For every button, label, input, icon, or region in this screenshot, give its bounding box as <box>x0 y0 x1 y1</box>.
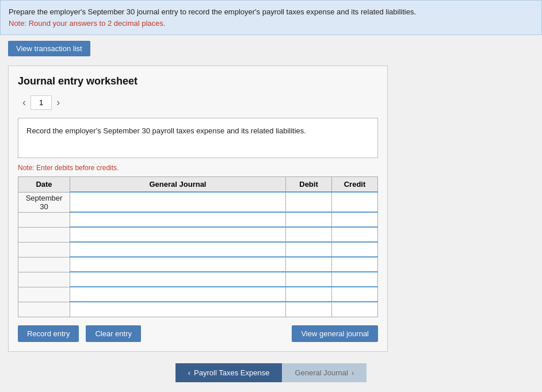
debit-input-cell[interactable] <box>286 212 332 227</box>
debit-input[interactable] <box>286 193 331 212</box>
debit-input-cell[interactable] <box>286 287 332 302</box>
date-cell <box>18 302 70 317</box>
credit-input[interactable] <box>332 272 377 286</box>
credit-input[interactable] <box>332 213 377 226</box>
instruction-note: Note: Round your answers to 2 decimal pl… <box>9 19 165 28</box>
date-cell <box>18 287 70 302</box>
gj-input-cell[interactable] <box>70 272 286 287</box>
credit-input[interactable] <box>332 243 377 256</box>
debit-input-cell[interactable] <box>286 257 332 272</box>
gj-input-cell[interactable] <box>70 302 286 317</box>
gj-input[interactable] <box>70 213 285 226</box>
view-general-journal-button[interactable]: View general journal <box>292 325 378 342</box>
record-entry-button[interactable]: Record entry <box>18 325 79 342</box>
journal-table: Date General Journal Debit Credit Septem… <box>18 176 378 317</box>
table-row: September 30 <box>18 192 378 212</box>
date-cell <box>18 257 70 272</box>
credit-input-cell[interactable] <box>332 272 378 287</box>
tab-number[interactable]: 1 <box>30 95 52 110</box>
debit-input[interactable] <box>286 228 331 241</box>
button-row: Record entry Clear entry View general jo… <box>18 325 378 342</box>
prev-nav-label: Payroll Taxes Expense <box>194 368 269 377</box>
debit-input[interactable] <box>286 258 331 271</box>
credit-input-cell[interactable] <box>332 227 378 242</box>
gj-input[interactable] <box>70 272 285 286</box>
gj-input-cell[interactable] <box>70 227 286 242</box>
credit-input[interactable] <box>332 228 377 241</box>
note-debits: Note: Enter debits before credits. <box>18 164 378 172</box>
date-cell: September 30 <box>18 192 70 212</box>
table-row <box>18 287 378 302</box>
credit-input-cell[interactable] <box>332 287 378 302</box>
next-nav-button: General Journal › <box>282 363 367 382</box>
debit-input[interactable] <box>286 213 331 226</box>
gj-input[interactable] <box>70 302 285 317</box>
col-header-credit: Credit <box>332 177 378 193</box>
gj-input[interactable] <box>70 258 285 271</box>
instruction-text: Prepare the employer's September 30 jour… <box>9 7 416 16</box>
debit-input-cell[interactable] <box>286 272 332 287</box>
table-row <box>18 257 378 272</box>
debit-input-cell[interactable] <box>286 242 332 257</box>
date-cell <box>18 227 70 242</box>
next-nav-label: General Journal <box>295 368 348 377</box>
clear-entry-button[interactable]: Clear entry <box>86 325 141 342</box>
col-header-gj: General Journal <box>70 177 286 193</box>
gj-input-cell[interactable] <box>70 192 286 212</box>
instruction-bar: Prepare the employer's September 30 jour… <box>0 0 542 35</box>
tab-next-button[interactable]: › <box>52 97 64 109</box>
gj-input[interactable] <box>70 243 285 256</box>
col-header-debit: Debit <box>286 177 332 193</box>
debit-input[interactable] <box>286 243 331 256</box>
gj-input-cell[interactable] <box>70 257 286 272</box>
next-arrow-icon: › <box>352 368 354 377</box>
table-row <box>18 302 378 317</box>
table-row <box>18 242 378 257</box>
gj-input-cell[interactable] <box>70 242 286 257</box>
worksheet-container: Journal entry worksheet ‹ 1 › Record the… <box>8 66 388 352</box>
credit-input-cell[interactable] <box>332 302 378 317</box>
col-header-date: Date <box>18 177 70 193</box>
table-row <box>18 227 378 242</box>
bottom-nav: ‹ Payroll Taxes Expense General Journal … <box>0 363 542 393</box>
gj-input[interactable] <box>70 228 285 241</box>
table-row <box>18 272 378 287</box>
table-row <box>18 212 378 227</box>
credit-input[interactable] <box>332 193 377 212</box>
credit-input-cell[interactable] <box>332 212 378 227</box>
debit-input-cell[interactable] <box>286 227 332 242</box>
credit-input-cell[interactable] <box>332 257 378 272</box>
prev-nav-button[interactable]: ‹ Payroll Taxes Expense <box>175 363 283 382</box>
debit-input[interactable] <box>286 287 331 301</box>
debit-input[interactable] <box>286 302 331 317</box>
gj-input[interactable] <box>70 193 285 212</box>
credit-input[interactable] <box>332 287 377 301</box>
debit-input[interactable] <box>286 272 331 286</box>
tab-nav: ‹ 1 › <box>18 95 378 110</box>
credit-input-cell[interactable] <box>332 192 378 212</box>
gj-input-cell[interactable] <box>70 287 286 302</box>
gj-input[interactable] <box>70 287 285 301</box>
date-cell <box>18 272 70 287</box>
debit-input-cell[interactable] <box>286 302 332 317</box>
date-cell <box>18 242 70 257</box>
credit-input-cell[interactable] <box>332 242 378 257</box>
prev-arrow-icon: ‹ <box>188 368 190 377</box>
date-cell <box>18 212 70 227</box>
worksheet-title: Journal entry worksheet <box>18 75 378 87</box>
credit-input[interactable] <box>332 302 377 317</box>
toolbar: View transaction list <box>0 35 542 62</box>
gj-input-cell[interactable] <box>70 212 286 227</box>
view-transaction-button[interactable]: View transaction list <box>8 41 90 56</box>
debit-input-cell[interactable] <box>286 192 332 212</box>
credit-input[interactable] <box>332 258 377 271</box>
entry-description: Record the employer's September 30 payro… <box>18 118 378 158</box>
tab-prev-button[interactable]: ‹ <box>18 97 30 109</box>
